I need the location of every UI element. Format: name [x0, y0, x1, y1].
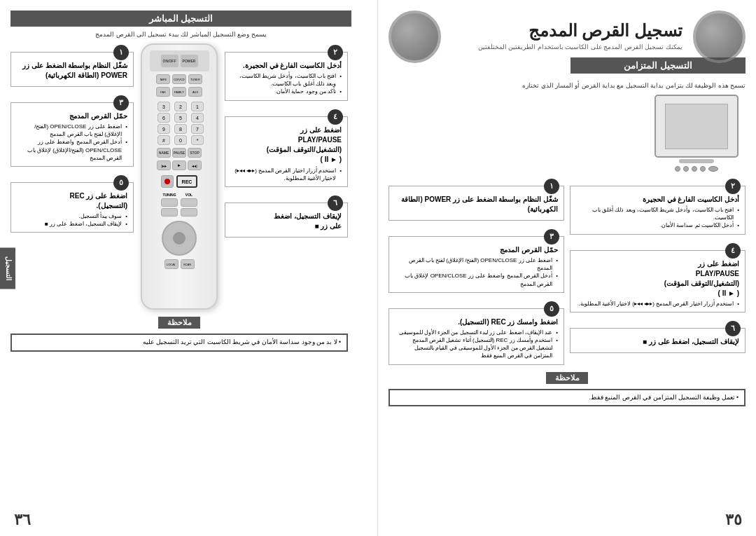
- cd-btn[interactable]: CD/VCD: [172, 74, 186, 84]
- onkoff-btn: ON/OFF: [161, 55, 178, 67]
- tv-ctrl-3: [692, 166, 697, 172]
- main-subtitle: يمكنك تسجيل القرص المدمج على الكاسيت باس…: [451, 43, 682, 50]
- sync-step-1-number: ١: [544, 179, 559, 194]
- right-note-area: ملاحظة • تعمل وظيفة التسجيل المتزامن في …: [388, 371, 746, 407]
- sync-step-5-number: ٥: [544, 301, 559, 317]
- step-5-number: ٥: [113, 175, 129, 191]
- vol-down[interactable]: [181, 208, 197, 217]
- remote-illustration: POWER ON/OFF TUNER CD/VCD TAPE AUX FAMIL…: [141, 43, 218, 310]
- step-4-bullet-1: استخدم أزرار اختيار القرص المدمج (▸▸◂ ◂◂…: [231, 167, 342, 182]
- chapter-tab: التسجيل: [0, 247, 15, 289]
- left-note-area: ملاحظة • لا بد من وجود سداسة الأمان في ش…: [10, 315, 348, 352]
- tuning-up[interactable]: [161, 198, 178, 207]
- sync-s2-b2: أدخل الكاسيت ثم سداسة الأمان.: [576, 221, 739, 229]
- sync-step-2-title: أدخل الكاسيت الفارغ في الحجيرة: [576, 195, 739, 205]
- sync-step-1-title: شغّل النظام بواسطة الضغط على زر POWER (ا…: [395, 195, 558, 214]
- tv-illustration-area: [388, 95, 746, 172]
- sync-s2-b1: افتح باب الكاسيت، وأدخل شريط الكاسيت، وب…: [576, 206, 739, 221]
- step-2-number: ٢: [328, 45, 343, 60]
- tv-ctrl-4: [700, 166, 706, 172]
- tuning-label: TUNING: [162, 193, 176, 197]
- left-page: التسجيل التسجيل المباشر يسمح وضع التسجيل…: [0, 0, 378, 536]
- step-1-title: شغّل النظام بواسطة الضغط على زرPOWER (ال…: [17, 61, 127, 81]
- sync-step-6: ٦ لإيقاف التسجيل، اضغط على زر ■: [570, 328, 746, 353]
- speaker-left-icon: [388, 11, 441, 63]
- play-btn[interactable]: ►: [172, 160, 186, 170]
- step-6-box: ٦ لإيقاف التسجيل، اضغطعلى زر ■: [225, 202, 348, 238]
- display-btn: POWER: [181, 55, 198, 67]
- vol-label: VOL: [186, 193, 192, 197]
- step-1-box: ١ شغّل النظام بواسطة الضغط على زرPOWER (…: [10, 52, 134, 87]
- btn-0[interactable]: 0: [174, 135, 187, 145]
- btn-6[interactable]: 6: [158, 113, 170, 123]
- step-5-bullet-2: لإيقاف التسجيل، اضغط على زر ■: [17, 220, 127, 228]
- section-headers: التسجيل المتزامن: [388, 57, 746, 78]
- next-btn[interactable]: ▸▸|: [157, 160, 171, 170]
- sync-s4-b1: استخدم أزرار اختيار القرص المدمج (▸▸◂ ◂◂…: [576, 300, 739, 308]
- volume-section: VOL TUNING: [161, 193, 197, 217]
- btn-7[interactable]: 7: [191, 124, 204, 134]
- sync-step-4: ٤ اضغط على زرPLAY/PAUSE(التشغيل/التوقف ا…: [570, 250, 746, 312]
- step-3-title: حمّل القرص المدمج: [17, 111, 127, 121]
- sync-s5-b1: عند الإيقاف، اضغط على زر لبدء التسجيل من…: [395, 329, 558, 336]
- tv-illustration: [654, 95, 738, 172]
- stop-btn[interactable]: STOP: [188, 148, 202, 158]
- sync-description: تسمح هذه الوظيفة لك بتزامن بداية التسجيل…: [388, 82, 746, 89]
- btn-5[interactable]: 5: [174, 113, 187, 123]
- step-2-box: ٢ أدخل الكاسيت الفارغ في الحجيرة. افتح ب…: [225, 52, 348, 101]
- pause-btn[interactable]: PAUSE: [172, 148, 186, 158]
- sync-step-6-number: ٦: [725, 321, 741, 336]
- btn-9[interactable]: 9: [158, 124, 170, 134]
- left-note-text: • لا بد من وجود سداسة الأمان في شريط الك…: [10, 334, 348, 352]
- left-section-subtitle: يسمح وضع التسجيل المباشر لك ببدء تسجيل ا…: [10, 31, 351, 38]
- btn-star[interactable]: *: [191, 135, 204, 145]
- prev-btn[interactable]: |◂◂: [188, 160, 202, 170]
- left-note-header: ملاحظة: [158, 317, 200, 329]
- speaker-right-icon: [693, 11, 746, 63]
- nav-center[interactable]: [173, 232, 186, 245]
- sync-step-4-title: اضغط على زرPLAY/PAUSE(التشغيل/التوقف الم…: [576, 259, 739, 298]
- sync-step-3-title: حمّل القرص المدمج: [395, 245, 558, 255]
- name-btn[interactable]: NAME: [157, 148, 171, 158]
- sync-steps-area: ٢ أدخل الكاسيت الفارغ في الحجيرة افتح با…: [388, 177, 746, 365]
- step-2-bullet-2: تأكد من وجود حماية الأمان.: [231, 88, 342, 95]
- open-close-btn[interactable]: [161, 175, 174, 188]
- family-btn[interactable]: FAMILY: [172, 87, 186, 97]
- sync-s3-b2: أدخل القرص المدمج واضغط على زر OPEN/CLOS…: [395, 272, 558, 287]
- sync-right-col: ١ شغّل النظام بواسطة الضغط على زر POWER …: [388, 177, 564, 365]
- btn-2[interactable]: 2: [174, 102, 187, 111]
- left-page-number: ٣٦: [14, 511, 31, 529]
- step-6-title: لإيقاف التسجيل، اضغطعلى زر ■: [231, 212, 342, 231]
- main-title-area: تسجيل القرص المدمج يمكنك تسجيل القرص الم…: [388, 21, 746, 50]
- step-4-number: ٤: [328, 109, 343, 125]
- tape-btn[interactable]: TAPE: [156, 74, 170, 84]
- remote-body: POWER ON/OFF TUNER CD/VCD TAPE AUX FAMIL…: [141, 43, 218, 310]
- sync-step-6-title: لإيقاف التسجيل، اضغط على زر ■: [576, 337, 739, 347]
- tuning-down[interactable]: [161, 208, 178, 217]
- btn-hash[interactable]: #: [158, 135, 170, 145]
- vol-up[interactable]: [181, 198, 197, 207]
- step-2-bullet-1: افتح باب الكاسيت، وأدخل شريط الكاسيت، وب…: [231, 72, 342, 88]
- tuner-btn[interactable]: TUNER: [188, 74, 202, 84]
- fax-btn[interactable]: FAX: [156, 87, 170, 97]
- rec-button[interactable]: REC: [176, 175, 197, 188]
- nav-circle[interactable]: [162, 221, 197, 256]
- local-btn[interactable]: LOCAL: [164, 259, 178, 269]
- sync-step-3: ٣ حمّل القرص المدمج اضغط على زر OPEN/CLO…: [388, 236, 564, 293]
- step-5-title: اضغط على زر REC(التسجيل).: [17, 191, 127, 211]
- right-note-text: • تعمل وظيفة التسجيل المتزامن في القرص ا…: [388, 389, 746, 407]
- sync-step-3-number: ٣: [544, 229, 559, 245]
- scan-btn[interactable]: SCAN: [181, 259, 195, 269]
- step-5-bullet-1: سوف يبدأ التسجيل.: [17, 212, 127, 220]
- sync-step-5-title: اضغط وامسك زر REC (التسجيل).: [395, 317, 558, 327]
- btn-8[interactable]: 8: [174, 124, 187, 134]
- aux-btn[interactable]: AUX: [188, 87, 202, 97]
- step-6-number: ٦: [328, 195, 343, 211]
- tv-ctrl-5: [708, 166, 718, 172]
- btn-3[interactable]: 3: [158, 102, 170, 111]
- right-note-header: ملاحظة: [546, 372, 588, 384]
- btn-1[interactable]: 1: [191, 102, 204, 111]
- btn-4[interactable]: 4: [191, 113, 204, 123]
- step-2-title: أدخل الكاسيت الفارغ في الحجيرة.: [231, 61, 342, 71]
- step-3-bullet-2: أدخل القرص المدمج واضغط على زر OPEN/CLOS…: [17, 138, 127, 162]
